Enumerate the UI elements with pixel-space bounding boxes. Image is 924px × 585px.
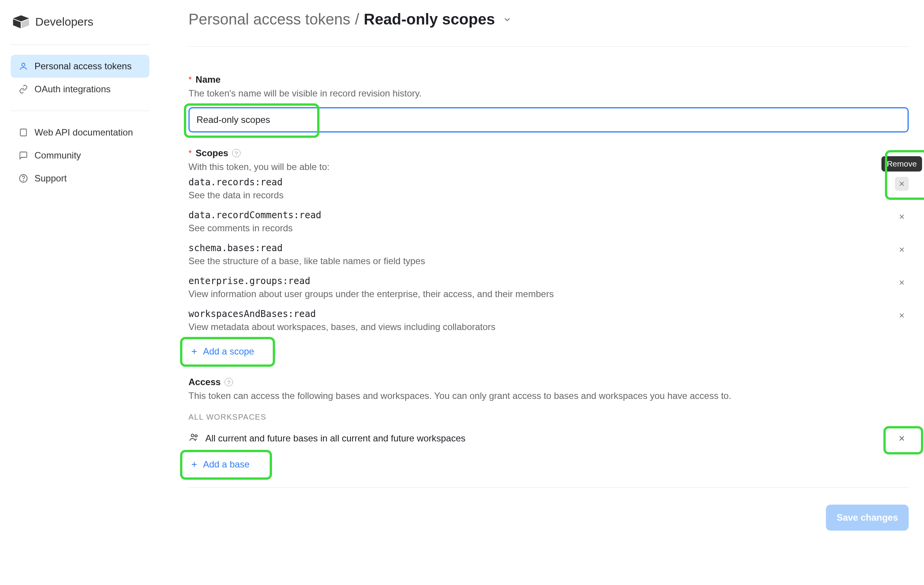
scope-code: data.recordComments:read [188,210,895,221]
sidebar-item-label: Community [35,150,81,161]
add-scope-button[interactable]: Add a scope [188,342,256,361]
required-indicator: * [188,148,192,158]
chat-icon [18,150,28,160]
access-help: This token can access the following base… [188,391,909,401]
remove-scope-button[interactable] [895,243,909,257]
svg-point-3 [22,63,25,66]
scopes-help: With this token, you will be able to: [188,161,909,172]
scope-code: schema.bases:read [188,243,895,254]
sidebar-item-label: Personal access tokens [35,61,131,72]
help-icon[interactable]: ? [224,378,233,386]
remove-tooltip: Remove [881,156,922,171]
sidebar-item-community[interactable]: Community [11,144,149,167]
user-icon [18,61,28,71]
scope-description: View information about user groups under… [188,289,895,299]
scope-description: View metadata about workspaces, bases, a… [188,321,895,332]
sidebar-item-oauth-integrations[interactable]: OAuth integrations [11,78,149,101]
breadcrumb-parent[interactable]: Personal access tokens [188,11,350,28]
remove-scope-button[interactable] [895,177,909,191]
sidebar-item-web-api-documentation[interactable]: Web API documentation [11,121,149,144]
remove-scope-button[interactable] [895,276,909,290]
scope-code: enterprise.groups:read [188,276,895,287]
svg-point-7 [191,434,194,437]
access-subhead: ALL WORKSPACES [188,413,909,422]
scope-row: enterprise.groups:readView information a… [188,271,909,304]
scope-code: workspacesAndBases:read [188,308,895,319]
scope-description: See comments in records [188,223,895,234]
scope-row: data.records:readSee the data in records… [188,172,909,205]
sidebar-item-label: Web API documentation [35,127,133,138]
question-icon [18,173,28,183]
breadcrumb-separator: / [355,11,359,28]
remove-scope-button[interactable] [895,210,909,224]
sidebar-item-personal-access-tokens[interactable]: Personal access tokens [11,55,149,78]
name-input[interactable] [188,107,909,132]
access-label: Access [188,377,221,387]
scopes-label: Scopes [196,148,228,158]
remove-access-button[interactable] [895,432,909,445]
scope-description: See the structure of a base, like table … [188,256,895,267]
remove-scope-button[interactable] [895,308,909,322]
access-row: All current and future bases in all curr… [188,428,909,448]
svg-rect-4 [20,129,26,136]
sidebar-item-label: OAuth integrations [35,84,111,95]
scope-description: See the data in records [188,190,895,201]
logo[interactable]: Developers [11,11,149,44]
access-row-text: All current and future bases in all curr… [205,433,465,444]
save-changes-button[interactable]: Save changes [826,504,909,531]
link-icon [18,84,28,94]
svg-point-8 [195,435,197,437]
logo-icon [12,15,30,29]
scope-row: schema.bases:readSee the structure of a … [188,238,909,271]
name-help: The token's name will be visible in reco… [188,88,909,99]
chevron-down-icon[interactable] [503,15,512,24]
breadcrumb: Personal access tokens / Read-only scope… [188,11,909,47]
scope-row: workspacesAndBases:readView metadata abo… [188,304,909,337]
sidebar-item-support[interactable]: Support [11,167,149,190]
add-scope-label: Add a scope [203,346,254,357]
name-label: Name [196,74,221,85]
required-indicator: * [188,75,192,85]
breadcrumb-current: Read-only scopes [364,11,495,28]
book-icon [18,127,28,137]
svg-point-6 [23,181,24,181]
scope-code: data.records:read [188,177,895,188]
help-icon[interactable]: ? [232,149,241,157]
sidebar-item-label: Support [35,173,67,184]
add-base-label: Add a base [203,459,249,470]
scope-row: data.recordComments:readSee comments in … [188,205,909,238]
logo-text: Developers [35,15,94,28]
add-base-button[interactable]: Add a base [188,455,251,474]
people-icon [188,432,199,445]
